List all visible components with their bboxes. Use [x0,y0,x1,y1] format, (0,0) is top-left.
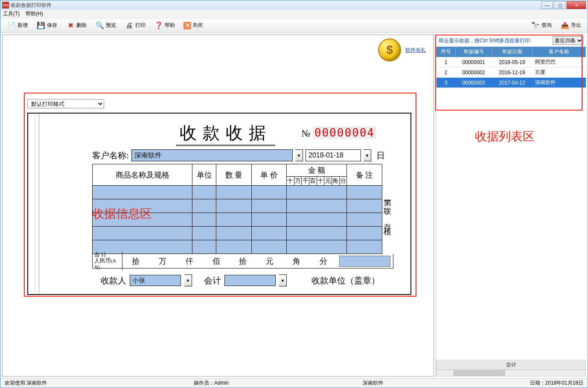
binoculars-icon: 🔭 [531,21,540,30]
coin-icon: $ [378,38,401,61]
status-welcome: 欢迎使用 深南软件 [5,379,47,387]
list-annotation-box [435,35,582,111]
list-pane: 双击显示收据，按Ctrl Shift多选批量打印 最近20条 序号 单据编号 单… [436,35,586,376]
payee-select[interactable] [130,275,181,286]
maximize-button[interactable]: ▢ [554,1,566,9]
help-button[interactable]: ❓帮助 [150,19,179,32]
date-input[interactable] [306,149,361,161]
menu-tools[interactable]: 工具(T) [3,10,20,18]
status-company: 深南软件 [363,379,383,387]
save-icon: 💾 [36,21,46,30]
print-button[interactable]: 🖨打印 [121,19,149,32]
horizontal-scrollbar[interactable] [436,370,586,376]
menu-help[interactable]: 帮助(H) [26,10,43,18]
status-date: 日期：2018年01月18日 [530,379,583,387]
export-icon: 📤 [560,21,570,30]
customer-input[interactable] [131,149,293,161]
statusbar: 欢迎使用 深南软件 操作员：Admin 深南软件 日期：2018年01月18日 [0,378,588,388]
list-sum: 合计 [436,360,586,370]
close-icon: ✕ [183,22,191,29]
menubar: 工具(T) 帮助(H) [0,10,588,18]
toolbar: 📄新增 💾保存 ✖删除 🔍预览 🖨打印 ❓帮助 ✕关闭 🔭查询 📤导出 [0,18,588,33]
app-icon: SN [2,2,9,9]
save-button[interactable]: 💾保存 [32,19,61,32]
query-button[interactable]: 🔭查询 [527,19,556,32]
gift-link[interactable]: 软件有礼 [405,47,426,54]
print-icon: 🖨 [125,21,134,30]
customer-label: 客户名称: [92,150,129,161]
sum-row: 合 计人民币(大写) 拾万 仟佰 拾元 角分 [92,254,393,268]
accountant-select[interactable] [224,275,276,286]
customer-dropdown[interactable]: ▼ [295,149,303,161]
preview-button[interactable]: 🔍预览 [91,19,120,32]
export-button[interactable]: 📤导出 [556,19,585,32]
delete-icon: ✖ [66,21,75,30]
close-window-button[interactable]: ✕ [567,1,586,9]
info-annotation-label: 收据信息区 [92,206,152,222]
print-format-select[interactable]: 默认打印格式 [27,99,104,108]
window-title: 收款收据打印软件 [11,2,541,9]
receipt-pane: $ 软件有礼 默认打印格式 收款收据 № 00000004 [2,35,434,376]
close-button[interactable]: ✕关闭 [180,20,207,31]
minimize-button[interactable]: — [541,1,553,9]
titlebar: SN 收款收据打印软件 — ▢ ✕ [0,0,588,10]
receipt-title: 收款收据 [176,121,275,146]
sum-amount[interactable] [339,256,390,267]
date-dropdown[interactable]: ▼ [364,149,371,161]
accountant-dropdown[interactable]: ▼ [279,274,287,286]
preview-icon: 🔍 [95,21,105,30]
receipt-number-row: № 00000004 [301,126,376,139]
receipt-document: 收款收据 № 00000004 客户名称: ▼ ▼ 日 [27,113,411,295]
new-icon: 📄 [7,21,16,30]
ruler-vertical [31,114,39,294]
payee-dropdown[interactable]: ▼ [184,274,192,286]
list-annotation-label: 收据列表区 [475,128,535,145]
new-button[interactable]: 📄新增 [3,19,32,32]
status-operator: 操作员：Admin [194,379,229,387]
delete-button[interactable]: ✖删除 [62,19,90,32]
help-icon: ❓ [154,21,163,30]
copy-label: 第一联：存根 [382,164,393,254]
receipt-number: 00000004 [313,126,376,139]
